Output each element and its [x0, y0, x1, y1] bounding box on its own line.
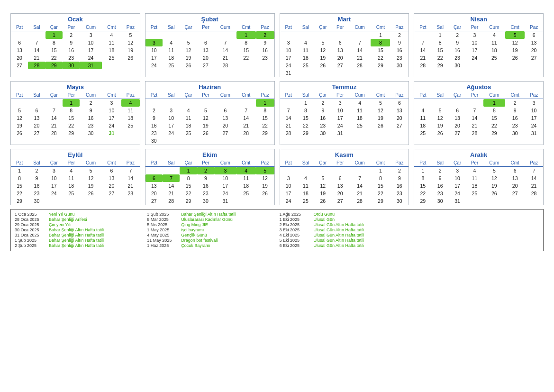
calendar-day: 15 [414, 182, 431, 190]
calendar-day: 21 [280, 122, 297, 129]
month-title: Mart [280, 14, 409, 24]
calendar-day: 30 [314, 129, 332, 137]
calendar-day: 1 [45, 31, 63, 39]
calendar-day: 16 [449, 46, 466, 54]
calendar-day: 18 [414, 122, 431, 129]
calendar-day: 31 [525, 129, 543, 137]
calendar-day: 13 [11, 46, 28, 54]
calendar-day: 8 [236, 39, 256, 46]
day-header: Per [332, 24, 349, 31]
calendar-day: 20 [332, 190, 349, 197]
day-header: Cum [214, 91, 236, 99]
calendar-day: 6 [28, 107, 45, 114]
calendar-day: 18 [297, 54, 314, 62]
calendar-day: 25 [121, 122, 140, 129]
note-row: 2 Şub 2025Bahar Şenliği Altın Hafta tati… [15, 243, 142, 248]
calendar-day: 21 [349, 54, 371, 62]
calendar-day: 6 [449, 107, 466, 114]
note-name: Bahar Şenliği Altın Hafta tatili [49, 243, 104, 248]
calendar-day [466, 99, 483, 107]
month-block-eylül: EylülPztSalÇarPerCumCmtPaz12345678910111… [10, 149, 140, 205]
calendar-day: 14 [163, 182, 180, 190]
calendar-day: 29 [256, 129, 274, 137]
calendar-day: 12 [432, 114, 449, 122]
calendar-day: 16 [28, 182, 45, 190]
note-date: 4 Eki 2025 [280, 233, 314, 237]
note-date: 30 Oca 2025 [15, 228, 49, 232]
calendar-day: 23 [505, 122, 525, 129]
calendar-day: 11 [466, 174, 483, 182]
notes-section: 1 Oca 2025Yeni Yıl Günü28 Oca 2025Bahar … [10, 209, 544, 251]
day-header: Paz [390, 24, 409, 31]
calendar-day: 18 [180, 122, 197, 129]
calendar-day: 8 [432, 39, 449, 46]
calendar-day: 8 [371, 39, 390, 46]
day-header: Cmt [236, 91, 256, 99]
calendar-day [197, 137, 214, 145]
calendar-day [280, 167, 297, 175]
calendar-day: 15 [236, 46, 256, 54]
note-row: 2 Eki 2025Ulusal Gün Altın Hafta tatili [280, 222, 407, 227]
calendar-day [180, 31, 197, 39]
calendar-day: 22 [483, 122, 506, 129]
notes-col-0: 1 Oca 2025Yeni Yıl Günü28 Oca 2025Bahar … [15, 212, 142, 248]
calendar-day: 13 [28, 114, 45, 122]
calendar-day: 16 [197, 182, 214, 190]
calendar-day: 12 [11, 114, 28, 122]
calendar-day: 2 [145, 107, 163, 114]
day-header: Çar [180, 91, 197, 99]
calendar-day: 3 [102, 99, 121, 107]
calendar-day: 12 [483, 174, 506, 182]
calendar-day: 6 [332, 174, 349, 182]
calendar-day: 1 [11, 167, 28, 175]
calendar-day: 6 [505, 167, 525, 175]
calendar-day: 20 [390, 114, 409, 122]
day-header: Pzt [11, 24, 28, 31]
calendar-day: 24 [280, 62, 297, 69]
day-header: Pzt [145, 159, 163, 167]
calendar-day: 29 [297, 129, 314, 137]
calendar-day: 2 [390, 167, 409, 175]
calendar-day: 5 [197, 107, 214, 114]
calendar-day: 7 [45, 107, 63, 114]
note-name: Çocuk Bayramı [181, 243, 210, 248]
calendar-day: 10 [280, 46, 297, 54]
calendar-day: 14 [525, 174, 543, 182]
day-header: Per [466, 159, 483, 167]
note-date: 5 Nis 2025 [147, 222, 181, 227]
calendar-day: 3 [449, 167, 466, 175]
calendar-day: 26 [432, 129, 449, 137]
calendar-day: 26 [197, 129, 214, 137]
calendar-day: 23 [432, 190, 449, 197]
calendar-day: 17 [163, 122, 180, 129]
day-header: Sal [28, 91, 45, 99]
day-header: Cum [80, 24, 102, 31]
calendar-day [236, 62, 256, 69]
calendar-day: 21 [45, 122, 63, 129]
day-header: Cum [214, 24, 236, 31]
calendar-day: 29 [371, 197, 390, 205]
calendar-day [163, 167, 180, 175]
calendar-day: 24 [332, 122, 349, 129]
month-title: Eylül [11, 149, 140, 159]
calendar-day: 20 [11, 54, 28, 62]
day-header: Sal [163, 159, 180, 167]
note-name: Bahar Şenliği Altın Hafta tatili [49, 233, 104, 237]
month-title: Mayıs [11, 82, 140, 91]
calendar-day: 29 [432, 62, 449, 69]
calendar-day: 9 [80, 107, 102, 114]
calendar-day: 8 [483, 107, 506, 114]
calendar-day: 13 [214, 114, 236, 122]
calendar-day: 11 [102, 39, 121, 46]
month-block-kasım: KasımPztSalÇarPerCumCmtPaz12345678910111… [280, 149, 409, 205]
calendar-day: 8 [45, 39, 63, 46]
calendar-day: 24 [280, 197, 297, 205]
note-date: 31 Oca 2025 [15, 233, 49, 237]
calendar-day: 27 [525, 54, 543, 62]
calendar-day: 16 [432, 182, 449, 190]
day-header: Cum [483, 91, 506, 99]
calendar-day: 7 [214, 39, 236, 46]
calendar-day: 4 [102, 31, 121, 39]
calendar-day: 18 [236, 182, 256, 190]
calendar-day: 11 [349, 107, 371, 114]
